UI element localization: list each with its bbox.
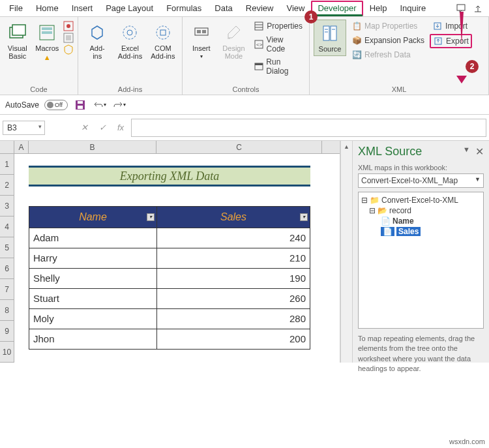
table-row[interactable]: Stuart260	[29, 288, 310, 308]
row-header-9[interactable]: 9	[0, 321, 14, 342]
row-header-6[interactable]: 6	[0, 258, 14, 279]
tab-pagelayout[interactable]: Page Layout	[99, 1, 160, 16]
worksheet-grid[interactable]: A B C 1 2 3 4 5 6 7 8 9 10 Exporting XML…	[0, 141, 340, 363]
cell-sales[interactable]: 200	[157, 329, 310, 349]
run-dialog-icon	[254, 61, 263, 72]
col-header-c[interactable]: C	[156, 141, 322, 153]
title-cell[interactable]: Exporting XML Data	[29, 166, 310, 187]
autosave-toggle[interactable]: Off	[44, 100, 68, 110]
collapse-icon[interactable]: ⊟	[361, 196, 368, 205]
row-header-8[interactable]: 8	[0, 300, 14, 321]
tree-name-label: Name	[393, 217, 414, 226]
properties-button[interactable]: Properties	[251, 20, 305, 33]
cell-sales[interactable]: 240	[157, 228, 310, 248]
tab-file[interactable]: File	[3, 1, 29, 16]
cell-sales[interactable]: 210	[157, 248, 310, 268]
import-button[interactable]: Import	[430, 20, 472, 33]
tree-record[interactable]: ⊟📂record	[369, 205, 481, 216]
share-icon[interactable]	[469, 1, 486, 16]
com-addins-button[interactable]: COM Add-ins	[148, 20, 178, 63]
fx-icon[interactable]: fx	[113, 123, 128, 132]
col-header-b[interactable]: B	[29, 141, 156, 153]
addins-icon	[87, 22, 108, 43]
warning-icon: ▲	[44, 53, 51, 61]
close-icon[interactable]: ✕	[475, 145, 484, 158]
cell-name[interactable]: Jhon	[29, 329, 157, 349]
collapse-icon[interactable]: ⊟	[369, 206, 376, 215]
excel-addins-button[interactable]: Excel Add-ins	[115, 20, 145, 63]
pane-dropdown-icon[interactable]: ▼	[463, 145, 470, 158]
cell-sales[interactable]: 260	[157, 289, 310, 308]
expansion-packs-button[interactable]: 📦Expansion Packs	[349, 34, 427, 47]
refresh-data-button[interactable]: 🔄Refresh Data	[349, 48, 427, 61]
filter-dropdown-icon[interactable]: ▾	[147, 213, 155, 221]
map-properties-button[interactable]: 📋Map Properties	[349, 20, 427, 33]
formula-bar[interactable]	[131, 119, 486, 137]
header-sales[interactable]: Sales▾	[157, 207, 310, 228]
tab-insert[interactable]: Insert	[65, 1, 100, 16]
use-relative-icon[interactable]	[63, 33, 74, 43]
cell-name[interactable]: Adam	[29, 228, 157, 248]
design-mode-button[interactable]: Design Mode	[219, 20, 249, 63]
table-row[interactable]: Harry210	[29, 248, 310, 268]
table-row[interactable]: Adam240	[29, 228, 310, 248]
row-header-4[interactable]: 4	[0, 217, 14, 237]
addins-button[interactable]: Add- ins	[82, 20, 112, 63]
cell-name[interactable]: Moly	[29, 309, 157, 329]
scroll-up-icon[interactable]: ▲	[341, 141, 352, 153]
select-all-corner[interactable]	[0, 141, 14, 153]
tab-formulas[interactable]: Formulas	[160, 1, 208, 16]
tab-data[interactable]: Data	[208, 1, 239, 16]
macros-button[interactable]: Macros ▲	[34, 20, 61, 64]
header-sales-label: Sales	[220, 211, 246, 222]
tab-home[interactable]: Home	[29, 1, 65, 16]
cell-name[interactable]: Shelly	[29, 269, 157, 288]
row-header-3[interactable]: 3	[0, 196, 14, 217]
tab-review[interactable]: Review	[239, 1, 280, 16]
tree-root-label: Convert-Excel-to-XML	[381, 196, 458, 205]
cancel-icon[interactable]: ✕	[76, 123, 92, 132]
filter-dropdown-icon[interactable]: ▾	[300, 213, 308, 221]
view-code-button[interactable]: <>View Code	[251, 34, 305, 55]
tab-inquire[interactable]: Inquire	[393, 1, 432, 16]
export-button[interactable]: Export	[430, 34, 472, 48]
row-header-2[interactable]: 2	[0, 175, 14, 196]
tab-help[interactable]: Help	[363, 1, 394, 16]
macro-security-icon[interactable]	[63, 44, 74, 55]
enter-icon[interactable]: ✓	[95, 123, 110, 132]
tree-root[interactable]: ⊟📁Convert-Excel-to-XML	[361, 195, 481, 205]
row-header-7[interactable]: 7	[0, 279, 14, 300]
table-row[interactable]: Shelly190	[29, 268, 310, 288]
column-headers: A B C	[0, 141, 340, 154]
undo-button[interactable]: ▾	[93, 98, 107, 112]
save-button[interactable]	[73, 98, 87, 112]
table-row[interactable]: Moly280	[29, 308, 310, 329]
xml-map-select[interactable]: Convert-Excel-to-XML_Map▼	[358, 173, 484, 188]
record-macro-icon[interactable]	[63, 21, 74, 31]
vertical-scrollbar[interactable]: ▲	[340, 141, 352, 363]
row-header-1[interactable]: 1	[0, 154, 14, 175]
row-header-5[interactable]: 5	[0, 237, 14, 258]
svg-point-7	[67, 24, 70, 28]
cell-sales[interactable]: 190	[157, 269, 310, 288]
tree-name[interactable]: 📄Name	[381, 216, 481, 226]
insert-control-button[interactable]: Insert ▾	[186, 20, 216, 62]
tab-developer[interactable]: Developer	[311, 1, 363, 16]
col-header-a[interactable]: A	[14, 141, 29, 153]
run-dialog-button[interactable]: Run Dialog	[251, 56, 305, 77]
cell-sales[interactable]: 280	[157, 309, 310, 329]
header-name[interactable]: Name▾	[29, 207, 157, 228]
xml-tree[interactable]: ⊟📁Convert-Excel-to-XML ⊟📂record 📄Name 📄S…	[358, 192, 484, 329]
name-box[interactable]: B3	[3, 121, 45, 135]
row-headers: 1 2 3 4 5 6 7 8 9 10	[0, 154, 14, 363]
tree-sales[interactable]: 📄Sales	[381, 226, 481, 237]
redo-button[interactable]: ▾	[112, 98, 126, 112]
row-header-10[interactable]: 10	[0, 342, 14, 363]
visual-basic-button[interactable]: Visual Basic	[4, 20, 31, 63]
table-row[interactable]: Jhon200	[29, 329, 310, 349]
cell-name[interactable]: Harry	[29, 248, 157, 268]
source-button[interactable]: Source	[314, 20, 346, 56]
cell-name[interactable]: Stuart	[29, 289, 157, 308]
cells-area[interactable]: Exporting XML Data Name▾ Sales▾ Adam240 …	[14, 154, 340, 363]
xml-hint: To map repeating elements, drag the elem…	[358, 334, 484, 374]
